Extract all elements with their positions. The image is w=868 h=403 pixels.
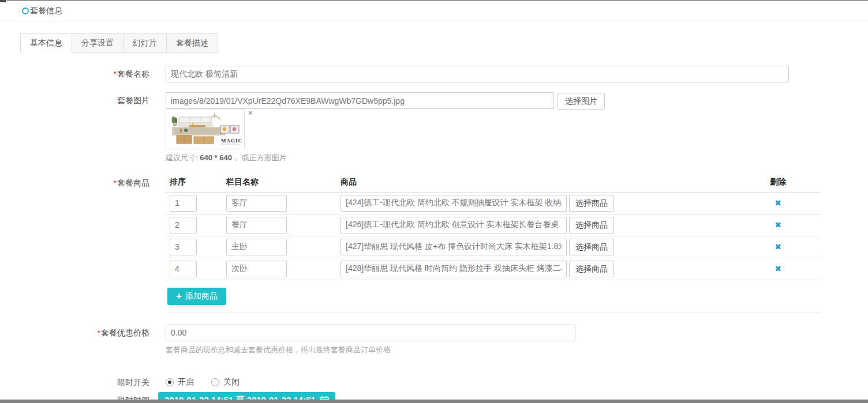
- category-input[interactable]: [226, 261, 287, 277]
- window-top-edge: [7, 0, 868, 1]
- discount-price-row: *套餐优惠价格 套餐商品的现价总和减去套餐优惠价格，得出最终套餐商品订单价格: [0, 325, 868, 355]
- delete-row-icon[interactable]: ✖: [775, 220, 781, 229]
- radio-unchecked-icon[interactable]: [211, 378, 219, 386]
- col-header-category: 栏目名称: [226, 177, 341, 187]
- col-header-product: 商品: [341, 177, 735, 187]
- tab-share-settings[interactable]: 分享设置: [72, 33, 124, 53]
- time-switch-on-option[interactable]: 开启: [166, 377, 194, 387]
- choose-product-button[interactable]: 选择商品: [569, 217, 614, 233]
- tab-bar: 基本信息 分享设置 幻灯片 套餐描述: [20, 33, 868, 53]
- category-input[interactable]: [226, 195, 287, 212]
- product-input: [341, 239, 567, 255]
- required-asterisk: *: [114, 69, 117, 78]
- package-thumbnail-row: MAGIC × 建议尺寸: 640 * 640， 或正方形图片: [0, 113, 868, 163]
- page-title: 套餐信息: [30, 6, 62, 16]
- circle-icon: [22, 7, 29, 14]
- category-input[interactable]: [226, 217, 287, 233]
- delete-row-icon[interactable]: ✖: [775, 198, 781, 208]
- tab-package-description[interactable]: 套餐描述: [166, 33, 218, 53]
- time-switch-off-option[interactable]: 关闭: [211, 377, 240, 387]
- category-input[interactable]: [226, 239, 287, 255]
- package-name-label: *套餐名称: [0, 66, 166, 82]
- discount-price-help: 套餐商品的现价总和减去套餐优惠价格，得出最终套餐商品订单价格: [166, 345, 868, 355]
- products-table: 排序 栏目名称 商品 删除 选择商品 ✖: [166, 177, 821, 313]
- package-image-path-input[interactable]: [166, 92, 554, 109]
- package-thumbnail: MAGIC: [166, 110, 245, 149]
- add-product-area: +添加商品: [166, 280, 821, 313]
- package-name-input[interactable]: [166, 66, 789, 82]
- product-input: [341, 217, 567, 233]
- remove-image-icon[interactable]: ×: [248, 110, 253, 116]
- product-input: [341, 195, 567, 212]
- add-product-button[interactable]: +添加商品: [167, 288, 226, 305]
- svg-text:MAGIC: MAGIC: [221, 138, 242, 144]
- sort-input[interactable]: [170, 261, 197, 277]
- window-corner-fragment: [0, 0, 6, 2]
- tab-basic-info[interactable]: 基本信息: [20, 33, 72, 53]
- product-row-4: 选择商品 ✖: [166, 258, 821, 280]
- tab-slideshow[interactable]: 幻灯片: [123, 33, 167, 53]
- product-row-1: 选择商品 ✖: [166, 193, 821, 214]
- package-name-row: *套餐名称: [0, 66, 868, 82]
- product-input: [341, 261, 567, 277]
- discount-price-label: *套餐优惠价格: [0, 325, 166, 341]
- choose-product-button[interactable]: 选择商品: [569, 195, 614, 212]
- package-form: *套餐名称 套餐图片 选择图片: [0, 66, 868, 403]
- sort-input[interactable]: [170, 239, 197, 255]
- choose-product-button[interactable]: 选择商品: [569, 239, 614, 255]
- image-size-hint: 建议尺寸: 640 * 640， 或正方形图片: [166, 153, 868, 163]
- discount-price-input[interactable]: [166, 325, 575, 341]
- product-row-3: 选择商品 ✖: [166, 236, 821, 258]
- page-header: 套餐信息: [0, 0, 868, 21]
- delete-row-icon[interactable]: ✖: [775, 264, 781, 273]
- package-image-label: 套餐图片: [0, 92, 166, 109]
- delete-row-icon[interactable]: ✖: [775, 242, 781, 251]
- choose-product-button[interactable]: 选择商品: [569, 261, 614, 277]
- choose-image-button[interactable]: 选择图片: [558, 93, 605, 110]
- time-switch-row: 限时开关 开启 关闭: [0, 376, 868, 388]
- products-table-header: 排序 栏目名称 商品 删除: [166, 177, 821, 193]
- plus-icon: +: [176, 291, 182, 301]
- product-row-2: 选择商品 ✖: [166, 214, 821, 236]
- package-products-row: *套餐商品 排序 栏目名称 商品 删除 选择商品 ✖: [0, 177, 868, 313]
- furniture-scene-image: MAGIC: [167, 111, 243, 148]
- time-switch-label: 限时开关: [0, 376, 166, 388]
- col-header-sort: 排序: [166, 177, 226, 187]
- sort-input[interactable]: [170, 217, 197, 233]
- window-bottom-edge: [0, 400, 868, 403]
- radio-checked-icon[interactable]: [166, 378, 174, 386]
- package-products-label: *套餐商品: [0, 177, 166, 189]
- sort-input[interactable]: [170, 195, 197, 212]
- package-image-row: 套餐图片 选择图片: [0, 92, 868, 110]
- col-header-delete: 删除: [735, 177, 821, 187]
